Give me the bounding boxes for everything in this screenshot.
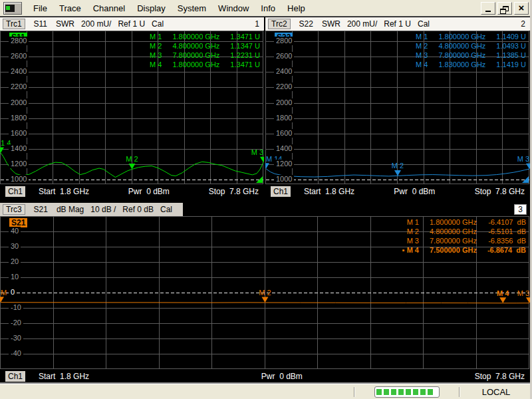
readout-marker-name: M 4 — [150, 61, 162, 69]
y-axis-label: -40 — [9, 349, 23, 358]
trace-format-label: dB Mag — [57, 205, 84, 214]
trace-scale-label: 10 dB / — [90, 205, 116, 214]
readout-marker-name: ▪ M 4 — [402, 246, 419, 255]
trace-header-tab: Trc2 S22 SWR 200 mU/ Ref 1 U Cal — [265, 17, 432, 31]
menu-channel[interactable]: Channel — [87, 3, 131, 13]
channel-chip[interactable]: Ch1 — [5, 186, 25, 197]
marker-triangle-14[interactable] — [0, 147, 4, 153]
menu-window[interactable]: Window — [212, 3, 255, 13]
y-axis-label: 1400 — [9, 144, 29, 153]
marker-triangle-M4[interactable] — [499, 297, 506, 303]
y-axis-label: 2400 — [9, 67, 29, 76]
progress-segment — [406, 389, 411, 395]
marker-triangle-M3[interactable] — [526, 164, 530, 170]
readout-marker-name: M 2 — [416, 42, 428, 51]
trace-header: Trc1 S11 SWR 200 mU/ Ref 1 U Cal 1 — [0, 17, 264, 31]
menu-display[interactable]: Display — [131, 3, 172, 13]
trace-name-chip[interactable]: Trc2 — [268, 19, 291, 29]
menu-system[interactable]: System — [172, 3, 212, 13]
progress-segment — [376, 389, 382, 395]
diagram-area-number: 1 — [250, 19, 264, 29]
y-axis-label: 2000 — [9, 98, 29, 107]
trace-header: Trc2 S22 SWR 200 mU/ Ref 1 U Cal 2 — [265, 17, 530, 31]
readout-marker-name: M 2 — [150, 42, 162, 51]
app-icon[interactable] — [3, 2, 22, 15]
y-axis-label: 2200 — [274, 82, 294, 91]
y-axis-label: 1800 — [274, 114, 294, 122]
trace-name-chip[interactable]: Trc1 — [3, 19, 25, 29]
plot-trc1[interactable]: 1 4M 2M 3 S11 M 11.800000 GHz1.3471 UM 2… — [0, 31, 264, 184]
marker-triangle-M1[interactable] — [0, 297, 4, 303]
marker-label: M 3 — [517, 289, 529, 297]
trace-scale-label: 200 mU/ — [347, 19, 377, 29]
marker-triangle-M14[interactable] — [265, 163, 269, 169]
y-axis-label: 0 — [9, 288, 17, 297]
marker-triangle-M2[interactable] — [394, 170, 401, 176]
readout-marker-name: M 1 — [150, 33, 162, 41]
y-axis-label: 2800 — [9, 37, 29, 45]
plot-trc3[interactable]: M 1M 2M 4M 3 S21 M 11.800000 GHz-6.4107 … — [0, 216, 530, 369]
readout-marker-value: -6.8356 dB — [488, 237, 526, 245]
trace-cal-label: Cal — [160, 205, 172, 214]
sparam-chip[interactable]: S21 — [32, 205, 50, 214]
readout-marker-name: M 2 — [407, 227, 419, 236]
plot-trc2[interactable]: M 14M 2M 3 S22 M 11.800000 GHz1.1409 UM … — [265, 31, 530, 184]
readout-marker-value: 1.3471 U — [230, 61, 260, 69]
readout-marker-value: -6.8674 dB — [487, 246, 526, 255]
menu-items: FileTraceChannelDisplaySystemWindowInfoH… — [27, 3, 311, 13]
y-axis-label: -20 — [9, 319, 23, 327]
menu-help[interactable]: Help — [281, 3, 311, 13]
menu-info[interactable]: Info — [255, 3, 281, 13]
marker-triangle-M2[interactable] — [262, 297, 269, 303]
sparam-plot-badge: S21 — [9, 218, 27, 227]
restore-button[interactable] — [497, 2, 512, 15]
y-axis-label: 1000 — [274, 175, 294, 184]
sweep-power-label: Pwr 0 dBm — [89, 372, 475, 381]
channel-chip[interactable]: Ch1 — [5, 371, 25, 382]
y-axis-label: 1800 — [9, 114, 29, 122]
marker-label: M 2 — [392, 162, 404, 170]
y-axis-label: 20 — [9, 257, 21, 266]
sparam-chip[interactable]: S11 — [32, 19, 49, 29]
marker-triangle-M3[interactable] — [260, 157, 264, 163]
readout-marker-value: 1.1385 U — [496, 51, 526, 60]
y-axis-label: 1000 — [9, 175, 29, 184]
trace-header: Trc3 S21 dB Mag 10 dB / Ref 0 dB Cal 3 — [0, 203, 530, 216]
y-axis-label: 1400 — [274, 144, 294, 153]
trace-ref-label: Ref 0 dB — [122, 205, 154, 214]
restore-icon — [503, 6, 509, 11]
readout-marker-name: M 3 — [416, 51, 428, 60]
marker-triangle-M3[interactable] — [526, 297, 530, 303]
y-axis-label: 1200 — [274, 160, 294, 168]
progress-segment — [391, 389, 396, 395]
minimize-button[interactable] — [481, 2, 495, 15]
trace-ref-label: Ref 1 U — [118, 19, 145, 29]
y-axis-label: -10 — [9, 303, 23, 312]
local-mode-indicator: LOCAL — [462, 387, 530, 397]
readout-marker-frequency: 7.800000 GHz — [438, 51, 485, 60]
readout-marker-value: 1.1347 U — [230, 42, 260, 51]
y-axis-label: 2600 — [9, 52, 29, 61]
sweep-start-label: Start 1.8 GHz — [304, 187, 354, 196]
menu-file[interactable]: File — [27, 3, 53, 13]
diagram-area-number: 3 — [514, 204, 527, 215]
app-icon-screen — [5, 5, 15, 12]
channel-chip[interactable]: Ch1 — [271, 186, 291, 197]
marker-readout: M 11.800000 GHz-6.4107 dBM 24.800000 GHz… — [402, 218, 526, 255]
diagram-area-number: 2 — [516, 19, 530, 29]
readout-marker-value: 1.2231 U — [230, 51, 260, 60]
readout-marker-name: M 4 — [416, 61, 428, 69]
workspace: Trc1 S11 SWR 200 mU/ Ref 1 U Cal 1 1 4M … — [0, 17, 530, 384]
marker-label: M 2 — [259, 289, 271, 297]
readout-marker-name: M 1 — [407, 218, 419, 227]
menu-trace[interactable]: Trace — [53, 3, 87, 13]
y-axis-label: 1600 — [9, 129, 29, 138]
sweep-progress-bar — [374, 386, 440, 398]
close-button[interactable] — [514, 2, 529, 15]
trace-name-chip[interactable]: Trc3 — [3, 204, 25, 215]
y-axis-label: 1200 — [9, 160, 29, 168]
marker-label: M 4 — [497, 289, 509, 297]
marker-label: M 3 — [251, 148, 263, 156]
sparam-chip[interactable]: S22 — [297, 19, 315, 29]
marker-label: M 3 — [517, 155, 529, 163]
